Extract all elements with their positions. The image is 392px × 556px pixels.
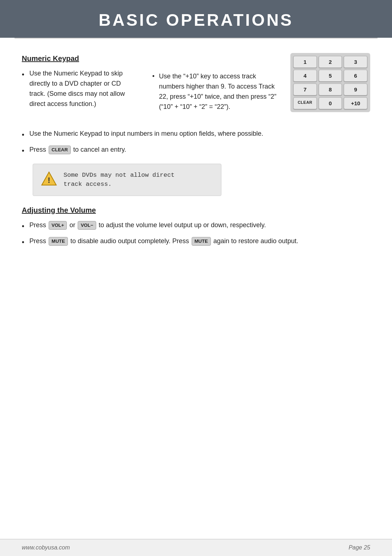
keypad-bullet-3-suffix: to cancel an entry. bbox=[73, 146, 126, 153]
key-7[interactable]: 7 bbox=[293, 83, 317, 95]
keypad-bullet-3-content: Press CLEAR to cancel an entry. bbox=[29, 145, 126, 155]
key-2[interactable]: 2 bbox=[319, 56, 342, 68]
vol-prefix: Press bbox=[29, 221, 46, 229]
numeric-keypad-heading: Numeric Keypad bbox=[22, 54, 279, 63]
mute-mid: to disable audio output completely. Pres… bbox=[70, 237, 189, 245]
keypad-bullet-1-text: Use the Numeric Keypad to skip directly … bbox=[29, 69, 138, 109]
svg-text:!: ! bbox=[48, 176, 50, 185]
keypad-bullet-2: Use the Numeric Keypad to input numbers … bbox=[22, 129, 370, 140]
key-6[interactable]: 6 bbox=[344, 70, 367, 82]
keypad-sub-bullet-1: Use the “+10” key to access track number… bbox=[152, 71, 279, 112]
volume-bullet-1: Press VOL+ or VOL− to adjust the volume … bbox=[22, 220, 370, 232]
key-4[interactable]: 4 bbox=[293, 70, 317, 82]
key-9[interactable]: 9 bbox=[344, 83, 367, 95]
keypad-bullet-3: Press CLEAR to cancel an entry. bbox=[22, 145, 370, 156]
warning-text: Some DVDs may not allow directtrack acce… bbox=[64, 171, 175, 189]
clear-badge: CLEAR bbox=[49, 146, 71, 154]
adjusting-volume-section: Adjusting the Volume Press VOL+ or VOL− … bbox=[22, 206, 370, 248]
keypad-bullet-list: Use the Numeric Keypad to skip directly … bbox=[22, 69, 279, 115]
key-0[interactable]: 0 bbox=[319, 97, 342, 109]
footer-url: www.cobyusa.com bbox=[22, 544, 70, 551]
page-title: BASIC OPERATIONS bbox=[0, 10, 392, 30]
volume-bullet-1-content: Press VOL+ or VOL− to adjust the volume … bbox=[29, 220, 266, 230]
page-header: BASIC OPERATIONS bbox=[0, 0, 392, 38]
key-5[interactable]: 5 bbox=[319, 70, 342, 82]
mute-prefix: Press bbox=[29, 237, 46, 245]
numeric-keypad-section: Numeric Keypad Use the Numeric Keypad to… bbox=[22, 52, 370, 119]
keypad-sub-bullet-1-text: Use the “+10” key to access track number… bbox=[159, 71, 279, 112]
keypad-grid: 1 2 3 4 5 6 7 8 9 CLEAR 0 +10 bbox=[290, 53, 370, 112]
adjusting-volume-heading: Adjusting the Volume bbox=[22, 206, 370, 214]
keypad-widget: 1 2 3 4 5 6 7 8 9 CLEAR 0 +10 bbox=[290, 53, 370, 112]
key-3[interactable]: 3 bbox=[344, 56, 367, 68]
page-footer: www.cobyusa.com Page 25 bbox=[0, 539, 392, 556]
keypad-bullet-1: Use the Numeric Keypad to skip directly … bbox=[22, 69, 279, 115]
keypad-text-block: Numeric Keypad Use the Numeric Keypad to… bbox=[22, 52, 279, 119]
key-1[interactable]: 1 bbox=[293, 56, 317, 68]
key-plus10[interactable]: +10 bbox=[344, 97, 367, 109]
content-area: Numeric Keypad Use the Numeric Keypad to… bbox=[0, 38, 392, 274]
warning-box: ! Some DVDs may not allow directtrack ac… bbox=[33, 164, 221, 196]
footer-page: Page 25 bbox=[348, 544, 370, 551]
mute-badge-2: MUTE bbox=[192, 237, 211, 246]
key-8[interactable]: 8 bbox=[319, 83, 342, 95]
mute-badge-1: MUTE bbox=[49, 237, 68, 246]
volume-bullet-2: Press MUTE to disable audio output compl… bbox=[22, 236, 370, 248]
keypad-bullet-3-prefix: Press bbox=[29, 146, 46, 153]
mute-suffix: again to restore audio output. bbox=[213, 237, 298, 245]
vol-suffix: to adjust the volume level output up or … bbox=[99, 221, 266, 229]
vol-mid: or bbox=[69, 221, 75, 229]
keypad-sub-bullet-list: Use the “+10” key to access track number… bbox=[138, 71, 279, 115]
volume-bullet-2-content: Press MUTE to disable audio output compl… bbox=[29, 236, 298, 246]
key-clear[interactable]: CLEAR bbox=[293, 97, 317, 109]
vol-minus-badge: VOL− bbox=[78, 221, 96, 230]
vol-plus-badge: VOL+ bbox=[49, 221, 67, 230]
keypad-bullet-2-text: Use the Numeric Keypad to input numbers … bbox=[29, 129, 263, 139]
warning-icon: ! bbox=[41, 171, 57, 187]
